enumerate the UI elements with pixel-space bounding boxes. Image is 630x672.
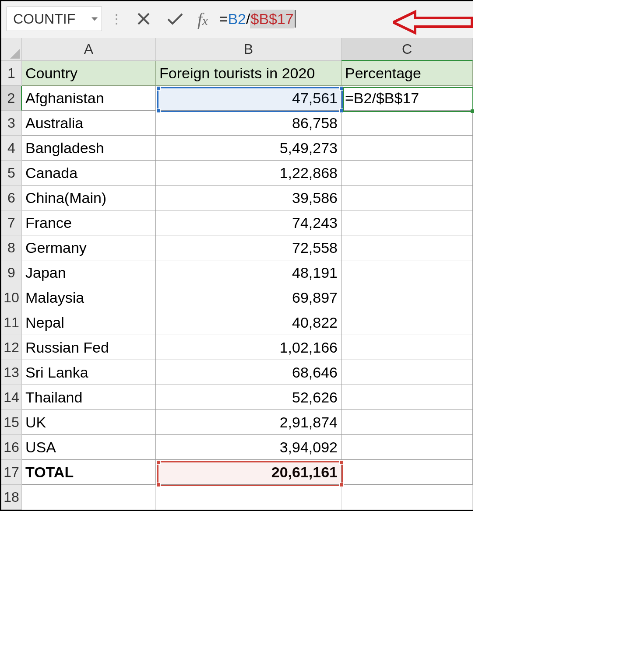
cell-country[interactable]: Malaysia	[22, 285, 156, 310]
formula-input[interactable]: =B2/$B$17	[218, 8, 297, 29]
cell-tourists[interactable]: 74,243	[156, 210, 341, 235]
cell-country[interactable]: USA	[22, 435, 156, 460]
formula-ref-b17: $B$17	[250, 10, 294, 28]
cancel-button[interactable]	[131, 8, 156, 29]
cell-empty[interactable]	[341, 485, 473, 510]
row-header[interactable]: 5	[1, 161, 22, 186]
cell-percentage[interactable]	[341, 410, 473, 435]
cell-percentage[interactable]	[341, 335, 473, 360]
cell-tourists[interactable]: 68,646	[156, 360, 341, 385]
row-header[interactable]: 13	[1, 360, 22, 385]
cell-percentage[interactable]	[341, 260, 473, 285]
name-box-value: COUNTIF	[13, 11, 75, 27]
svg-marker-3	[393, 12, 472, 33]
formula-slash: /	[246, 10, 250, 28]
row-header[interactable]: 12	[1, 335, 22, 360]
cell-tourists[interactable]: 86,758	[156, 111, 341, 136]
cell-country[interactable]: France	[22, 210, 156, 235]
cell-percentage[interactable]	[341, 161, 473, 186]
cell-empty[interactable]	[156, 485, 341, 510]
insert-function-button[interactable]: fx	[194, 9, 211, 29]
row-header[interactable]: 8	[1, 235, 22, 260]
cell-country[interactable]: Germany	[22, 235, 156, 260]
cell-country[interactable]: Australia	[22, 111, 156, 136]
cell-tourists[interactable]: 1,02,166	[156, 335, 341, 360]
cell-percentage[interactable]	[341, 136, 473, 161]
cell-percentage[interactable]	[341, 235, 473, 260]
row-header[interactable]: 6	[1, 186, 22, 210]
cell-country[interactable]: Russian Fed	[22, 335, 156, 360]
cell-country[interactable]: Bangladesh	[22, 136, 156, 161]
formula-eq: =	[219, 10, 228, 28]
formula-ref-b2: B2	[228, 10, 246, 28]
row-header[interactable]: 16	[1, 435, 22, 460]
row-header[interactable]: 15	[1, 410, 22, 435]
cell-percentage[interactable]	[341, 111, 473, 136]
cell-tourists[interactable]: 47,561	[156, 86, 341, 111]
col-header-b[interactable]: B	[156, 38, 341, 61]
row-header[interactable]: 17	[1, 460, 22, 485]
row-header[interactable]: 14	[1, 385, 22, 410]
cell-percentage[interactable]	[341, 186, 473, 210]
annotation-arrow-icon	[393, 9, 474, 37]
cell-country[interactable]: Canada	[22, 161, 156, 186]
cell-country[interactable]: Japan	[22, 260, 156, 285]
cell-percentage[interactable]: =B2/$B$17	[341, 86, 473, 111]
col-header-c[interactable]: C	[341, 38, 473, 61]
header-tourists[interactable]: Foreign tourists in 2020	[156, 61, 341, 86]
cell-tourists[interactable]: 72,558	[156, 235, 341, 260]
cell-tourists[interactable]: 39,586	[156, 186, 341, 210]
cell-tourists[interactable]: 69,897	[156, 285, 341, 310]
row-header[interactable]: 7	[1, 210, 22, 235]
row-header[interactable]: 3	[1, 111, 22, 136]
header-percentage[interactable]: Percentage	[341, 61, 473, 86]
row-header[interactable]: 2	[1, 86, 22, 111]
enter-button[interactable]	[162, 8, 188, 29]
cell-percentage[interactable]	[341, 360, 473, 385]
svg-marker-0	[92, 17, 98, 21]
row-header[interactable]: 9	[1, 260, 22, 285]
cell-tourists[interactable]: 1,22,868	[156, 161, 341, 186]
select-all-corner[interactable]	[1, 38, 22, 61]
cell-country[interactable]: China(Main)	[22, 186, 156, 210]
cell-tourists[interactable]: 52,626	[156, 385, 341, 410]
grid-body: 1 Country Foreign tourists in 2020 Perce…	[1, 61, 473, 510]
cell-empty[interactable]	[22, 485, 156, 510]
cell-country[interactable]: Nepal	[22, 310, 156, 335]
cell-total-label[interactable]: TOTAL	[22, 460, 156, 485]
cell-country[interactable]: UK	[22, 410, 156, 435]
row-header[interactable]: 10	[1, 285, 22, 310]
cell-percentage[interactable]	[341, 210, 473, 235]
cell-tourists[interactable]: 5,49,273	[156, 136, 341, 161]
col-header-a[interactable]: A	[22, 38, 156, 61]
cell-tourists[interactable]: 3,94,092	[156, 435, 341, 460]
cell-tourists[interactable]: 48,191	[156, 260, 341, 285]
vertical-dots-icon[interactable]: ⋮	[108, 16, 125, 22]
cell-percentage[interactable]	[341, 285, 473, 310]
header-country[interactable]: Country	[22, 61, 156, 86]
cell-country[interactable]: Afghanistan	[22, 86, 156, 111]
row-header[interactable]: 1	[1, 61, 22, 86]
cell-percentage[interactable]	[341, 435, 473, 460]
cell-tourists[interactable]: 2,91,874	[156, 410, 341, 435]
cell-total-percentage[interactable]	[341, 460, 473, 485]
row-header[interactable]: 4	[1, 136, 22, 161]
name-box-dropdown-icon[interactable]	[90, 14, 99, 23]
row-header[interactable]: 11	[1, 310, 22, 335]
row-header[interactable]: 18	[1, 485, 22, 510]
cell-total-value[interactable]: 20,61,161	[156, 460, 341, 485]
name-box[interactable]: COUNTIF	[7, 7, 102, 31]
cell-country[interactable]: Thailand	[22, 385, 156, 410]
column-headers: A B C	[1, 38, 473, 61]
cell-country[interactable]: Sri Lanka	[22, 360, 156, 385]
text-cursor	[295, 10, 296, 28]
cell-percentage[interactable]	[341, 385, 473, 410]
cell-percentage[interactable]	[341, 310, 473, 335]
cell-tourists[interactable]: 40,822	[156, 310, 341, 335]
